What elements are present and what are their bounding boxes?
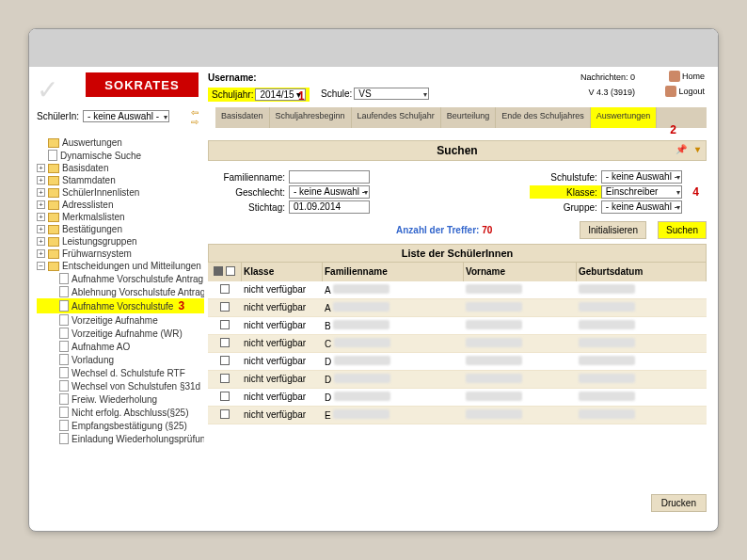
folder-icon <box>48 200 59 210</box>
tree-item[interactable]: Vorzeitige Aufnahme <box>37 313 204 327</box>
cell-geburtsdatum <box>577 335 707 352</box>
cell-vorname <box>464 407 577 424</box>
tree-item[interactable]: Ablehnung Vorschulstufe Antrag <box>37 285 204 298</box>
expand-icon[interactable]: + <box>37 176 45 184</box>
select-all-checkbox[interactable] <box>214 266 223 276</box>
check-icon: ✓ <box>37 74 58 105</box>
logout-icon <box>665 86 676 97</box>
doc-icon <box>59 341 69 352</box>
table-row[interactable]: nicht verfügbarD <box>208 371 707 389</box>
tree-item[interactable]: Wechsel d. Schulstufe RTF <box>37 366 204 379</box>
tree-item[interactable]: Vorladung <box>37 353 204 366</box>
expand-icon[interactable]: + <box>37 249 45 258</box>
schule-select[interactable]: VS▾ <box>354 88 429 100</box>
tree-stammdaten[interactable]: +Stammdaten <box>37 174 204 186</box>
row-checkbox[interactable] <box>220 302 230 312</box>
nachrichten-count: Nachrichten: 0 <box>580 72 635 82</box>
schuljahr-label: Schuljahr: <box>212 89 253 100</box>
klasse-select[interactable]: Einschreiber▾ <box>601 185 682 199</box>
tree-item[interactable]: Freiw. Wiederholung <box>37 392 204 406</box>
cell-geburtsdatum <box>577 317 707 334</box>
tree-item[interactable]: Aufnahme AO <box>37 340 204 353</box>
expand-icon[interactable]: + <box>37 237 45 246</box>
row-checkbox[interactable] <box>220 374 230 383</box>
tab-beurteilung[interactable]: Beurteilung <box>441 107 497 128</box>
cell-familienname: D <box>323 353 464 370</box>
famname-input[interactable] <box>289 170 370 184</box>
col-klasse[interactable]: Klasse <box>242 263 323 281</box>
version-label: V 4.3 (3919) <box>588 88 635 97</box>
col-geburtsdatum[interactable]: Geburtsdatum <box>577 263 707 281</box>
table-row[interactable]: nicht verfügbarC <box>208 335 707 353</box>
tree-item[interactable]: Empfangsbestätigung (§25) <box>37 419 204 432</box>
tab-ende-schuljahr[interactable]: Ende des Schuljahres <box>496 107 591 128</box>
expand-icon[interactable]: + <box>37 164 45 172</box>
tree-entscheidungen[interactable]: −Entscheidungen und Mitteilungen <box>37 260 204 272</box>
row-checkbox[interactable] <box>220 338 230 347</box>
tree-schuelerinnenlisten[interactable]: +SchülerInnenlisten <box>37 186 204 199</box>
expand-icon[interactable]: + <box>37 188 45 197</box>
table-row[interactable]: nicht verfügbarD <box>208 353 707 371</box>
home-link[interactable]: Home <box>669 71 705 82</box>
initialisieren-button[interactable]: Initialisieren <box>580 221 646 239</box>
tree-aufnahme-vorschulstufe[interactable]: Aufnahme Vorschulstufe3 <box>37 298 204 313</box>
col-familienname[interactable]: Familienname <box>323 263 464 281</box>
row-checkbox[interactable] <box>220 356 230 365</box>
stichtag-input[interactable]: 01.09.2014 <box>289 200 370 214</box>
row-checkbox[interactable] <box>220 284 230 294</box>
tree-item[interactable]: Nicht erfolg. Abschluss(§25) <box>37 406 204 419</box>
row-checkbox[interactable] <box>220 320 230 329</box>
suchen-button[interactable]: Suchen <box>658 221 707 239</box>
cell-geburtsdatum <box>577 389 707 406</box>
table-row[interactable]: nicht verfügbarA <box>208 299 707 317</box>
checkbox[interactable] <box>226 266 235 276</box>
row-checkbox[interactable] <box>220 409 230 419</box>
cell-vorname <box>464 281 577 298</box>
schuljahr-selector[interactable]: Schuljahr: 2014/15▾ <box>208 88 310 102</box>
collapse-icon[interactable]: − <box>37 262 45 270</box>
drucken-button[interactable]: Drucken <box>651 494 707 512</box>
row-checkbox[interactable] <box>220 392 230 401</box>
table-row[interactable]: nicht verfügbarE <box>208 407 707 424</box>
home-icon <box>669 71 680 82</box>
arrow-right-icon[interactable]: ⇨ <box>191 118 199 127</box>
tree-bestaetigungen[interactable]: +Bestätigungen <box>37 223 204 235</box>
tab-laufendes-schuljahr[interactable]: Laufendes Schuljahr <box>352 107 441 128</box>
chevron-down-icon[interactable]: ▾ <box>695 144 700 154</box>
tree-dynamische-suche[interactable]: Dynamische Suche <box>37 149 204 162</box>
col-vorname[interactable]: Vorname <box>464 263 577 281</box>
geschlecht-select[interactable]: - keine Auswahl -▾ <box>289 185 370 199</box>
logout-link[interactable]: Logout <box>665 86 705 97</box>
doc-icon <box>59 328 69 339</box>
schuelerin-select[interactable]: - keine Auswahl -▾ <box>83 110 169 122</box>
expand-icon[interactable]: + <box>37 213 45 221</box>
tab-schuljahresbeginn[interactable]: Schuljahresbeginn <box>270 107 352 128</box>
tree-item[interactable]: Wechsel von Schulstufen §31d <box>37 379 204 392</box>
chevron-down-icon: ▾ <box>164 113 167 121</box>
table-row[interactable]: nicht verfügbarB <box>208 317 707 335</box>
cell-geburtsdatum <box>577 281 707 298</box>
tree-leistungsgruppen[interactable]: +Leistungsgruppen <box>37 235 204 248</box>
tree-item[interactable]: Vorzeitige Aufnahme (WR) <box>37 327 204 340</box>
table-row[interactable]: nicht verfügbarA <box>208 281 707 299</box>
gruppe-label: Gruppe: <box>530 202 597 213</box>
table-row[interactable]: nicht verfügbarD <box>208 389 707 407</box>
tree-merkmalslisten[interactable]: +Merkmalslisten <box>37 211 204 223</box>
tab-auswertungen[interactable]: Auswertungen <box>591 107 658 128</box>
tree-item[interactable]: Aufnahme Vorschulstufe Antrag <box>37 272 204 285</box>
cell-familienname: D <box>323 389 464 406</box>
expand-icon[interactable]: + <box>37 200 45 209</box>
tree-auswertungen[interactable]: Auswertungen <box>37 136 204 149</box>
gruppe-select[interactable]: - keine Auswahl -▾ <box>601 200 682 214</box>
tree-fruehwarnsystem[interactable]: +Frühwarnsystem <box>37 248 204 260</box>
schulstufe-select[interactable]: - keine Auswahl -▾ <box>601 170 682 184</box>
tree-adresslisten[interactable]: +Adresslisten <box>37 199 204 211</box>
marker-1: 1 <box>298 89 305 103</box>
chevron-down-icon: ▾ <box>676 203 680 212</box>
tree-basisdaten[interactable]: +Basisdaten <box>37 162 204 174</box>
tab-basisdaten[interactable]: Basisdaten <box>215 107 270 128</box>
expand-icon[interactable]: + <box>37 225 45 233</box>
cell-familienname: D <box>323 371 464 388</box>
pin-icon[interactable]: 📌 <box>675 144 687 154</box>
tree-item[interactable]: Einladung Wiederholungsprüfung <box>37 432 204 445</box>
